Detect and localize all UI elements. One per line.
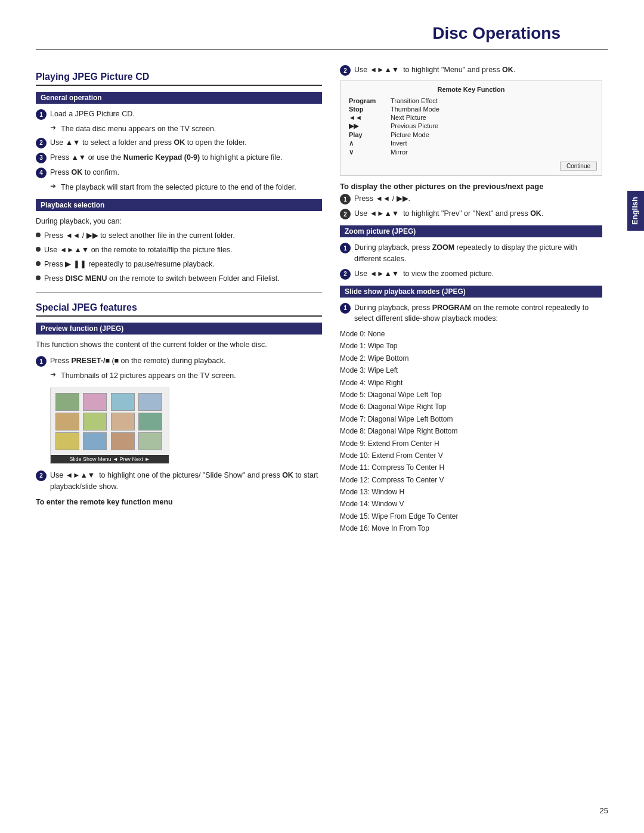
section-playing-jpeg: Playing JPEG Picture CD [36, 72, 322, 86]
mode-10: Mode 10: Extend From Center V [340, 450, 602, 462]
step-3-text: Press ▲▼ or use the Numeric Keypad (0-9)… [50, 152, 283, 163]
key-up: ∧ [345, 139, 387, 148]
mode-6: Mode 6: Diagonal Wipe Right Top [340, 401, 602, 413]
bullet-4: Press DISC MENU on the remote to switch … [36, 273, 322, 284]
step-num-1: 1 [36, 109, 47, 120]
playback-intro: During playback, you can: [36, 216, 322, 227]
func-picture-mode: Picture Mode [387, 131, 597, 139]
subsection-zoom-picture: Zoom picture (JPEG) [340, 225, 602, 237]
step-num-2: 2 [36, 138, 47, 148]
right-step-2: 2 Use ◄►▲▼ to highlight "Menu" and press… [340, 64, 602, 76]
to-enter-menu-label: To enter the remote key function menu [36, 497, 322, 508]
remote-key-table: Remote Key Function Program Transition E… [340, 80, 602, 176]
thumb-1 [55, 393, 79, 411]
func-prev-pic: Previous Picture [387, 122, 597, 131]
mode-7: Mode 7: Diagonal Wipe Left Bottom [340, 413, 602, 425]
step-1-text: Load a JPEG Picture CD. [50, 109, 135, 120]
thumb-7 [111, 413, 135, 431]
key-program: Program [345, 97, 387, 105]
func-invert: Invert [387, 139, 597, 148]
mode-9: Mode 9: Extend From Center H [340, 438, 602, 450]
step-3: 3 Press ▲▼ or use the Numeric Keypad (0-… [36, 152, 322, 163]
display-step-num-1: 1 [340, 194, 351, 205]
thumb-6 [83, 413, 107, 431]
bullet-3: Press ▶ ❚❚ repeatedly to pause/resume pl… [36, 259, 322, 270]
modes-list: Mode 0: None Mode 1: Wipe Top Mode 2: Wi… [340, 328, 602, 535]
bullet-dot-1 [36, 233, 41, 237]
bullet-dot-4 [36, 275, 41, 280]
mode-13: Mode 13: Window H [340, 486, 602, 498]
language-tab: English [627, 191, 644, 231]
arrow-symbol-3: ➜ [50, 370, 57, 379]
arrow-symbol-2: ➜ [50, 182, 57, 190]
func-next-pic: Next Picture [387, 113, 597, 122]
mode-16: Mode 16: Move In From Top [340, 522, 602, 534]
thumb-2 [83, 393, 107, 411]
zoom-step-num-1: 1 [340, 243, 351, 253]
preview-intro: This function shows the content of the c… [36, 339, 322, 351]
preview-step-num-2: 2 [36, 470, 47, 481]
continue-button[interactable]: Continue [560, 162, 597, 171]
thumb-4 [138, 393, 162, 411]
section-divider [36, 292, 322, 293]
display-step-num-2: 2 [340, 209, 351, 219]
mode-2: Mode 2: Wipe Bottom [340, 352, 602, 364]
step-4-arrow: ➜ The playback will start from the selec… [50, 182, 322, 193]
thumb-11 [111, 432, 135, 450]
mode-5: Mode 5: Diagonal Wipe Left Top [340, 389, 602, 401]
display-step-2: 2 Use ◄►▲▼ to highlight "Prev" or "Next"… [340, 208, 602, 219]
mode-4: Mode 4: Wipe Right [340, 377, 602, 389]
remote-table-title: Remote Key Function [345, 86, 597, 93]
table-row: Program Transition Effect [345, 97, 597, 105]
right-column: 2 Use ◄►▲▼ to highlight "Menu" and press… [340, 62, 602, 535]
page-number: 25 [600, 806, 608, 815]
func-transition: Transition Effect [387, 97, 597, 105]
bullet-1: Press ◄◄ / ▶▶ to select another file in … [36, 230, 322, 241]
preview-step-num-1: 1 [36, 356, 47, 367]
mode-14: Mode 14: Window V [340, 498, 602, 510]
subsection-slideshow-modes: Slide show playback modes (JPEG) [340, 286, 602, 298]
step-1-arrow: ➜ The data disc menu appears on the TV s… [50, 123, 322, 135]
remote-table: Program Transition Effect Stop Thumbnail… [345, 97, 597, 157]
table-row: Play Picture Mode [345, 131, 597, 139]
mode-3: Mode 3: Wipe Left [340, 364, 602, 376]
mode-8: Mode 8: Diagonal Wipe Right Bottom [340, 425, 602, 437]
mode-11: Mode 11: Compress To Center H [340, 462, 602, 473]
subsection-general-operation: General operation [36, 92, 322, 104]
step-2: 2 Use ▲▼ to select a folder and press OK… [36, 137, 322, 148]
thumbnail-bar: Slide Show Menu ◄ Prev Next ► [51, 455, 169, 463]
key-play: Play [345, 131, 387, 139]
mode-1: Mode 1: Wipe Top [340, 340, 602, 352]
key-down: ∨ [345, 148, 387, 157]
mode-15: Mode 15: Wipe From Edge To Center [340, 510, 602, 522]
step-4-text: Press OK to confirm. [50, 167, 119, 178]
step-num-4: 4 [36, 168, 47, 178]
func-mirror: Mirror [387, 148, 597, 157]
slideshow-step-num-1: 1 [340, 303, 351, 314]
key-prev: ◄◄ [345, 113, 387, 122]
left-column: Playing JPEG Picture CD General operatio… [36, 62, 322, 535]
key-stop: Stop [345, 105, 387, 113]
zoom-step-1: 1 During playback, press ZOOM repeatedly… [340, 242, 602, 265]
preview-step-1: 1 Press PRESET-/■ (■ on the remote) duri… [36, 355, 322, 367]
preview-step-2: 2 Use ◄►▲▼ to highlight one of the pictu… [36, 470, 322, 493]
func-thumbnail: Thumbnail Mode [387, 105, 597, 113]
section-special-jpeg: Special JPEG features [36, 302, 322, 317]
thumb-3 [111, 393, 135, 411]
table-row: ∧ Invert [345, 139, 597, 148]
bullet-dot-3 [36, 261, 41, 266]
display-step-1: 1 Press ◄◄ / ▶▶. [340, 193, 602, 205]
mode-12: Mode 12: Compress To Center V [340, 474, 602, 486]
table-row: ◄◄ Next Picture [345, 113, 597, 122]
subsection-playback-selection: Playback selection [36, 199, 322, 211]
step-num-3: 3 [36, 153, 47, 163]
thumbnail-image: Slide Show Menu ◄ Prev Next ► [50, 388, 169, 464]
key-next: ▶▶ [345, 122, 387, 131]
thumb-12 [138, 432, 162, 450]
thumb-9 [55, 432, 79, 450]
thumbnail-grid [51, 388, 169, 455]
thumb-8 [138, 413, 162, 431]
bullet-dot-2 [36, 247, 41, 252]
right-step-num-2: 2 [340, 65, 351, 76]
display-other-heading: To display the other pictures on the pre… [340, 182, 602, 191]
